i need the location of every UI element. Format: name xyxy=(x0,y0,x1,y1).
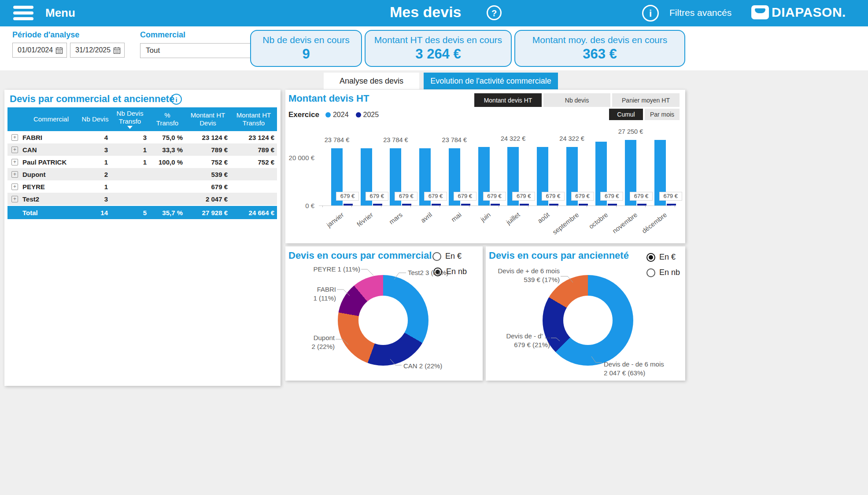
top-bar: Menu Mes devis ? i Filtres avancés DIAPA… xyxy=(0,0,868,26)
donut-label-moins-d: Devis de - d' ... 679 € (21%) xyxy=(489,332,550,349)
devis-table: CommercialNb DevisNb DevisTransfo%Transf… xyxy=(7,107,277,219)
cell-value: 3 xyxy=(80,195,111,203)
donut-hole xyxy=(563,296,613,345)
x-axis-label-mai: mai xyxy=(450,211,463,223)
tab-analyse-des-devis[interactable]: Analyse des devis xyxy=(324,73,419,89)
donut-commercial-panel: Devis en cours par commercial En € En nb… xyxy=(285,246,483,381)
hamburger-menu-icon[interactable] xyxy=(13,6,33,21)
column-header[interactable]: %Transfo xyxy=(149,110,185,129)
help-icon[interactable]: ? xyxy=(487,5,502,20)
radio-icon-selected[interactable] xyxy=(646,253,655,262)
date-from-input[interactable]: 01/01/2024 xyxy=(12,43,67,58)
expand-row-icon[interactable]: + xyxy=(11,134,18,141)
bar-chart-panel: Montant devis HT Montant devis HT Nb dev… xyxy=(285,90,685,243)
cell-value: 789 € xyxy=(185,146,230,154)
table-header-row: CommercialNb DevisNb DevisTransfo%Transf… xyxy=(7,107,277,131)
x-axis-label-avril: avril xyxy=(419,211,433,224)
advanced-filters-link[interactable]: Filtres avancés xyxy=(669,7,731,18)
column-header[interactable]: Nb Devis xyxy=(80,114,111,125)
cell-value: 679 € xyxy=(185,183,230,191)
radio-anciennete-eur[interactable]: En € xyxy=(646,253,676,262)
column-header[interactable]: Nb DevisTransfo xyxy=(111,108,149,131)
expand-row-icon[interactable]: + xyxy=(11,159,18,165)
expand-row-icon[interactable]: + xyxy=(11,171,18,178)
dashboard: Menu Mes devis ? i Filtres avancés DIAPA… xyxy=(0,0,868,495)
commercial-label: Commercial xyxy=(140,30,185,40)
total-cell: 5 xyxy=(111,209,149,216)
cell-value: 4 xyxy=(80,134,111,141)
bar-chart-plot: 23 784 €679 €janvier679 €février23 784 €… xyxy=(285,90,685,243)
expand-row-icon[interactable]: + xyxy=(11,196,18,202)
radio-icon[interactable] xyxy=(646,268,655,277)
period-label: Période d'analyse xyxy=(12,30,79,40)
column-header[interactable]: Montant HTDevis xyxy=(185,110,230,129)
x-axis-label-janvier: janvier xyxy=(325,211,345,229)
x-axis-tick xyxy=(587,205,587,207)
kpi-card-montant-moyen: Montant moy. des devis en cours 363 € xyxy=(514,30,685,67)
date-to-input[interactable]: 31/12/2025 xyxy=(70,43,125,58)
table-row[interactable]: +CAN3133,3 %789 €789 € xyxy=(7,143,277,156)
table-row[interactable]: +Paul PATRICK11100,0 %752 €752 € xyxy=(7,156,277,168)
kpi-label: Nb de devis en cours xyxy=(251,35,361,45)
cell-commercial: Paul PATRICK xyxy=(22,158,80,166)
x-axis-label-novembre: novembre xyxy=(611,211,639,235)
radio-anciennete-nb[interactable]: En nb xyxy=(646,268,680,277)
table-row[interactable]: +Test232 047 € xyxy=(7,193,277,205)
cell-commercial: Dupont xyxy=(22,171,80,178)
cell-value: 23 124 € xyxy=(185,134,230,141)
table-info-icon[interactable]: i xyxy=(171,94,182,105)
expand-row-icon[interactable]: + xyxy=(11,147,18,153)
expand-row-icon[interactable]: + xyxy=(11,183,18,190)
cell-value: 539 € xyxy=(185,171,230,178)
bar-value-label-2024: 23 784 € xyxy=(325,136,349,143)
table-panel-title: Devis par commercial et ancienneté xyxy=(10,93,174,105)
table-row[interactable]: +Dupont2539 € xyxy=(7,168,277,180)
column-header[interactable]: Commercial xyxy=(22,114,80,125)
calendar-icon[interactable] xyxy=(55,47,63,54)
tab-evolution-activite[interactable]: Evolution de l'activité commerciale xyxy=(424,73,558,89)
x-axis-tick xyxy=(410,205,411,207)
radio-commercial-eur[interactable]: En € xyxy=(432,252,462,261)
cell-commercial: Test2 xyxy=(22,195,80,203)
calendar-icon[interactable] xyxy=(113,47,121,54)
column-header[interactable]: Montant HTTransfo xyxy=(230,110,277,129)
cell-value: 1 xyxy=(111,146,149,154)
donut-anciennete-chart[interactable] xyxy=(543,275,633,366)
bar-2025-décembre[interactable] xyxy=(667,204,676,205)
donut-label-moins-6-mois: Devis de - de 6 mois 2 047 € (63%) xyxy=(604,360,679,378)
date-to-value: 31/12/2025 xyxy=(75,46,111,54)
x-axis-tick xyxy=(351,205,352,207)
cell-value: 752 € xyxy=(185,158,230,166)
cell-value: 789 € xyxy=(230,146,277,154)
x-axis-label-février: février xyxy=(355,211,374,228)
bar-value-label-2025: 679 € xyxy=(600,192,623,201)
x-axis-label-octobre: octobre xyxy=(587,211,609,230)
info-icon[interactable]: i xyxy=(642,5,659,22)
donut-label-plus-6-mois: Devis de + de 6 mois 539 € (17%) xyxy=(490,267,560,284)
cell-value: 75,0 % xyxy=(149,134,185,141)
x-axis-tick xyxy=(440,205,440,207)
table-row[interactable]: +FABRI4375,0 %23 124 €23 124 € xyxy=(7,131,277,143)
kpi-value: 363 € xyxy=(515,46,684,62)
donut-label-peyre: PEYRE 1 (11%) xyxy=(307,265,360,274)
bar-value-label-2024: 23 784 € xyxy=(442,136,467,143)
radio-label: En € xyxy=(659,253,676,262)
sort-descending-icon[interactable] xyxy=(127,126,133,129)
bar-value-label-2024: 24 322 € xyxy=(559,135,584,142)
cell-commercial: CAN xyxy=(22,146,80,154)
donut-label-can: CAN 2 (22%) xyxy=(403,362,461,370)
x-axis-tick xyxy=(616,205,617,207)
donut-commercial-title: Devis en cours par commercial xyxy=(288,250,432,261)
bar-value-label-2025: 679 € xyxy=(424,192,447,201)
x-axis-tick xyxy=(469,205,469,207)
cell-value: 3 xyxy=(111,134,149,141)
table-row[interactable]: +PEYRE1679 € xyxy=(7,180,277,193)
menu-label[interactable]: Menu xyxy=(45,6,75,20)
total-cell: 27 928 € xyxy=(185,209,230,216)
donut-commercial-chart[interactable] xyxy=(338,275,428,366)
bar-value-label-2024: 23 784 € xyxy=(383,136,408,143)
donut-label-test2: Test2 3 (33%) xyxy=(408,268,465,277)
radio-icon[interactable] xyxy=(432,252,441,261)
bar-value-label-2025: 679 € xyxy=(571,192,594,201)
x-axis-label-décembre: décembre xyxy=(640,211,668,235)
